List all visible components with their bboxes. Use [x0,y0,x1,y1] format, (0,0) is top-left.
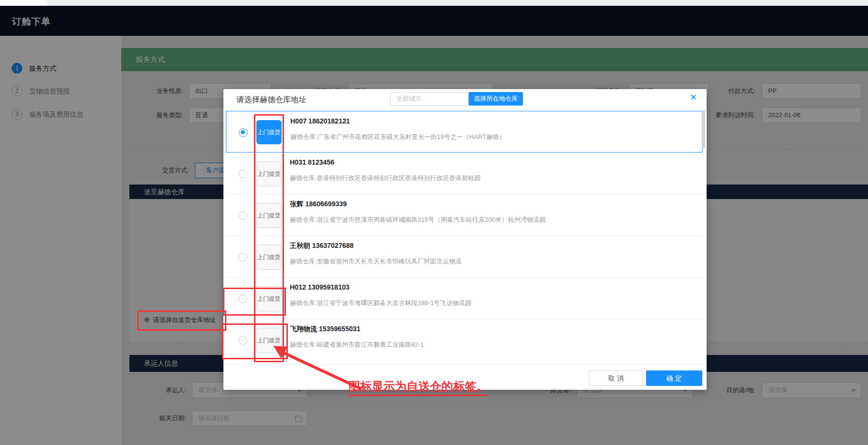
radio-unselected[interactable] [238,294,247,303]
warehouse-address: 赫德仓库:浙江省宁波市慈溪市周巷镇环城南路315号（周巷汽车站往东200米）杭州… [290,215,546,224]
browser-strip [0,0,868,6]
warehouse-row[interactable]: 上门提货 H012 13095918103 赫德仓库:浙江省宁波市海曙区鄞县大道… [226,277,704,319]
warehouse-title: 张辉 18606699339 [290,200,347,209]
radio-unselected[interactable] [238,211,247,220]
radio-unselected[interactable] [238,169,247,178]
booking-page: { "header": { "title": "订舱下单" }, "steps"… [0,0,868,445]
pickup-tag: 上门提货 [256,161,282,186]
warehouse-address: 赫德仓库:福建省泉州市晋江市鹏青工业南路82-1 [290,340,424,349]
pickup-tag: 上门提货 [256,328,282,353]
warehouse-select-modal: 请选择赫德仓库地址 全部城市 选择所在地仓库 ✕ 上门提货 H007 18620… [223,89,707,390]
warehouse-row[interactable]: 上门提货 飞翔物流 15359655031 赫德仓库:福建省泉州市晋江市鹏青工业… [226,319,704,361]
modal-scrollbar-thumb[interactable] [702,110,705,148]
radio-selected[interactable] [239,128,248,137]
cancel-button[interactable]: 取 消 [589,370,643,386]
modal-title: 请选择赫德仓库地址 [237,95,306,105]
locate-warehouse-button[interactable]: 选择所在地仓库 [469,92,523,106]
pickup-tag: 上门提货 [256,120,282,144]
radio-unselected[interactable] [238,253,247,261]
pickup-tag: 上门提货 [256,203,282,228]
city-search-input[interactable]: 全部城市 [390,92,469,106]
warehouse-title: H031 8123456 [290,158,334,166]
warehouse-row[interactable]: 上门提货 H031 8123456 赫德仓库:香港特别行政区香港特别行政区香港特… [226,153,704,194]
warehouse-title: H007 18620182121 [290,117,350,125]
warehouse-address: 赫德仓库:广东省广州市花都区花东镇大东村星光一街19号之一（HART赫德） [290,133,505,141]
warehouse-title: 王秋朝 13637027688 [290,242,354,250]
warehouse-row[interactable]: 上门提货 H007 18620182121 赫德仓库:广东省广州市花都区花东镇大… [226,111,703,153]
annotation-note: 图标显示为自送仓的标签。 [348,379,488,396]
warehouse-address: 赫德仓库:安徽省滁州市天长市天长市恒峰玩具厂对面浩运物流 [290,257,462,266]
pickup-tag: 上门提货 [256,286,282,311]
warehouse-address: 赫德仓库:浙江省宁波市海曙区鄞县大道古林段288-1号飞达物流园 [290,299,472,307]
close-icon[interactable]: ✕ [690,92,697,103]
confirm-button[interactable]: 确 定 [646,370,702,386]
pickup-tag: 上门提货 [256,245,282,270]
warehouse-row[interactable]: 上门提货 张辉 18606699339 赫德仓库:浙江省宁波市慈溪市周巷镇环城南… [226,194,704,236]
modal-footer-divider [223,364,707,365]
warehouse-title: H012 13095918103 [290,283,349,291]
city-search-placeholder: 全部城市 [396,95,422,102]
warehouse-row[interactable]: 上门提货 王秋朝 13637027688 赫德仓库:安徽省滁州市天长市天长市恒峰… [226,236,704,277]
warehouse-title: 飞翔物流 15359655031 [290,325,361,334]
browser-tab-remnant [0,0,47,6]
warehouse-address: 赫德仓库:香港特别行政区香港特别行政区香港特别行政区香港碧桂园 [290,174,481,183]
radio-unselected[interactable] [238,336,247,345]
